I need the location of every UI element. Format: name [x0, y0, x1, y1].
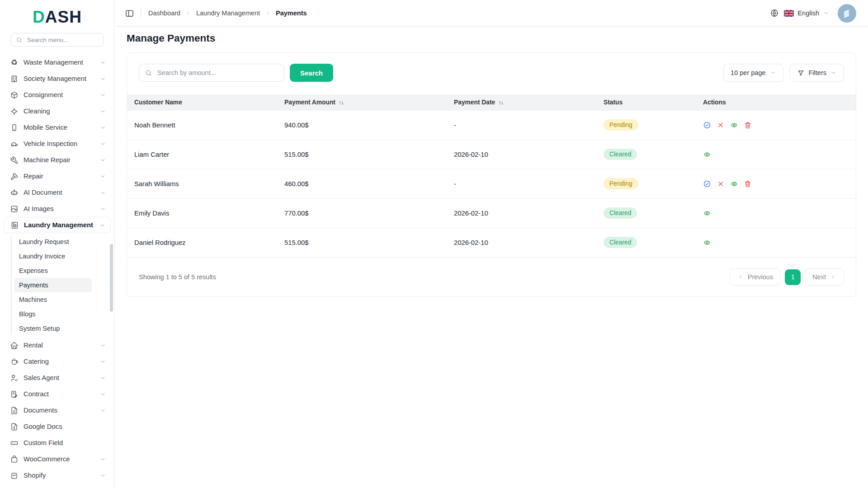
chevron-down-icon — [99, 358, 106, 365]
sidebar-scrollbar[interactable] — [110, 244, 113, 312]
sidebar-search-input[interactable] — [26, 36, 99, 44]
sidebar-item-shopify[interactable]: Shopify — [4, 467, 111, 483]
breadcrumb-item-dashboard[interactable]: Dashboard — [148, 9, 180, 17]
payment-date-cell: - — [447, 110, 596, 140]
payments-table: Customer NamePayment Amount↑↓Payment Dat… — [127, 94, 856, 257]
sidebar-item-mobile-service[interactable]: Mobile Service — [4, 119, 111, 136]
sidebar-item-woocommerce[interactable]: WooCommerce — [4, 451, 111, 467]
sidebar-item-custom-field[interactable]: Custom Field — [4, 435, 111, 451]
reject-button[interactable] — [717, 121, 725, 129]
actions-cell — [696, 110, 856, 140]
reject-button[interactable] — [717, 180, 725, 188]
customer-name-cell: Emily Davis — [127, 198, 277, 228]
sidebar-subitem-laundry-invoice[interactable]: Laundry Invoice — [14, 249, 92, 263]
sidebar-item-rental[interactable]: Rental — [4, 337, 111, 353]
sidebar-item-label: Documents — [24, 407, 57, 414]
customer-name-cell: Daniel Rodriguez — [127, 228, 277, 257]
amount-search-input[interactable] — [156, 69, 278, 77]
sidebar-item-laundry-management[interactable]: Laundry Management — [4, 217, 111, 233]
sidebar-subitem-laundry-request[interactable]: Laundry Request — [14, 235, 92, 249]
sidebar-subitem-blogs[interactable]: Blogs — [14, 307, 92, 321]
column-header-payment-date[interactable]: Payment Date↑↓ — [447, 94, 596, 110]
previous-button[interactable]: Previous — [730, 268, 781, 286]
view-button[interactable] — [730, 180, 738, 188]
delete-button[interactable] — [744, 180, 752, 188]
document-icon — [10, 406, 19, 415]
eye-icon — [703, 239, 711, 247]
sort-icon[interactable]: ↑↓ — [498, 99, 503, 106]
user-avatar[interactable] — [838, 4, 856, 23]
status-cell: Cleared — [596, 228, 696, 257]
approve-button[interactable] — [703, 180, 711, 188]
sidebar-subitem-system-setup[interactable]: System Setup — [14, 321, 92, 336]
sidebar-toggle-button[interactable] — [125, 9, 134, 18]
sidebar-item-machine-repair[interactable]: Machine Repair — [4, 152, 111, 168]
customer-name-cell: Sarah Williams — [127, 169, 277, 198]
sidebar-item-consignment[interactable]: Consignment — [4, 87, 111, 103]
wrench-icon — [10, 156, 19, 164]
sidebar-item-waste-management[interactable]: ♻Waste Management — [4, 54, 111, 70]
table-row: Emily Davis770.00$2026-02-10Cleared — [127, 198, 856, 228]
robot-icon — [10, 188, 19, 197]
column-header-payment-amount[interactable]: Payment Amount↑↓ — [277, 94, 447, 110]
sidebar-item-vehicle-inspection[interactable]: Vehicle Inspection — [4, 136, 111, 152]
sidebar-item-ai-images[interactable]: AI Images — [4, 201, 111, 217]
actions-cell — [696, 140, 856, 169]
status-cell: Pending — [596, 169, 696, 198]
sidebar-item-label: AI Images — [24, 205, 54, 212]
chevron-down-icon — [99, 108, 106, 115]
building-icon — [10, 75, 19, 83]
filters-button[interactable]: Filters — [790, 64, 844, 82]
globe-icon[interactable] — [770, 9, 779, 18]
view-button[interactable] — [703, 150, 711, 159]
approve-button[interactable] — [703, 121, 711, 129]
sidebar-item-ai-document[interactable]: AI Document — [4, 184, 111, 201]
sidebar-item-sales-agent[interactable]: Sales Agent — [4, 370, 111, 386]
view-button[interactable] — [703, 209, 711, 217]
sidebar-search[interactable] — [11, 33, 104, 47]
table-row: Sarah Williams460.00$-Pending — [127, 169, 856, 198]
sidebar-subitem-expenses[interactable]: Expenses — [14, 263, 92, 278]
sidebar-item-documents[interactable]: Documents — [4, 402, 111, 418]
sidebar-item-label: Catering — [24, 358, 49, 365]
sidebar-item-cleaning[interactable]: Cleaning — [4, 103, 111, 119]
sidebar-sublist-laundry-management: Laundry RequestLaundry InvoiceExpensesPa… — [4, 233, 111, 337]
payment-amount-cell: 940.00$ — [277, 110, 447, 140]
sidebar-subitem-machines[interactable]: Machines — [14, 292, 92, 307]
view-button[interactable] — [730, 121, 738, 129]
toolbar: Search 10 per page Filters — [127, 53, 856, 94]
top-bar: DashboardLaundry ManagementPayments Engl… — [115, 0, 868, 27]
sidebar-item-repair[interactable]: Repair — [4, 168, 111, 184]
sort-icon[interactable]: ↑↓ — [339, 99, 344, 106]
sidebar-subitem-label: Expenses — [19, 267, 48, 274]
delete-button[interactable] — [744, 121, 752, 129]
shopify-icon — [10, 471, 19, 480]
next-button[interactable]: Next — [805, 268, 844, 286]
content: Manage Payments Search 10 per page Filte… — [115, 27, 868, 297]
sidebar-item-society-management[interactable]: Society Management — [4, 70, 111, 87]
breadcrumb-item-laundry-management[interactable]: Laundry Management — [196, 9, 260, 17]
sidebar-item-label: Contract — [24, 390, 49, 398]
filter-icon — [797, 69, 805, 77]
chevron-down-icon — [99, 141, 106, 147]
car-icon — [10, 140, 19, 148]
previous-label: Previous — [748, 273, 773, 281]
sidebar-item-label: Laundry Management — [24, 221, 93, 229]
per-page-select[interactable]: 10 per page — [723, 64, 783, 82]
sidebar-item-catering[interactable]: Catering — [4, 353, 111, 370]
table-footer: Showing 1 to 5 of 5 results Previous 1 N… — [127, 257, 856, 296]
amount-search[interactable] — [139, 64, 284, 82]
view-button[interactable] — [703, 239, 711, 247]
chevron-down-icon — [99, 391, 106, 398]
sidebar-item-label: Cleaning — [24, 108, 50, 115]
sidebar-subitem-label: Blogs — [19, 310, 35, 318]
payment-amount-cell: 770.00$ — [277, 198, 447, 228]
search-button[interactable]: Search — [290, 64, 333, 82]
sidebar-item-contract[interactable]: Contract — [4, 386, 111, 402]
page-1-button[interactable]: 1 — [785, 269, 801, 285]
results-summary: Showing 1 to 5 of 5 results — [139, 273, 216, 281]
sidebar-subitem-payments[interactable]: Payments — [14, 278, 92, 292]
sidebar-item-google-docs[interactable]: Google Docs — [4, 418, 111, 435]
language-selector[interactable]: English — [784, 9, 829, 17]
chevron-down-icon — [99, 92, 106, 99]
